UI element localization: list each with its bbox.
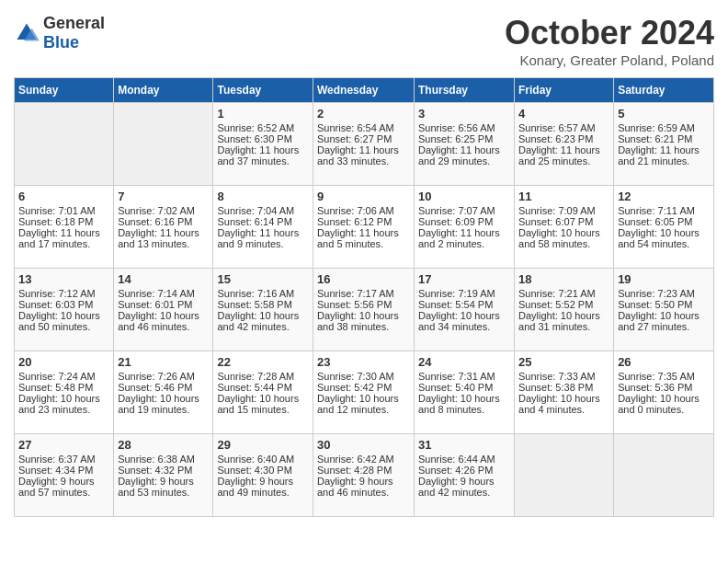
header-row: SundayMondayTuesdayWednesdayThursdayFrid… <box>15 78 714 103</box>
calendar-cell: 27Sunrise: 6:37 AMSunset: 4:34 PMDayligh… <box>15 434 114 517</box>
calendar-cell: 13Sunrise: 7:12 AMSunset: 6:03 PMDayligh… <box>15 269 114 351</box>
daylight-text: Daylight: 11 hours and 2 minutes. <box>418 227 500 249</box>
sunrise-text: Sunrise: 7:07 AM <box>418 205 495 216</box>
day-number: 19 <box>618 272 710 286</box>
sunrise-text: Sunrise: 6:42 AM <box>317 454 394 465</box>
day-number: 8 <box>217 190 309 203</box>
calendar-cell: 29Sunrise: 6:40 AMSunset: 4:30 PMDayligh… <box>213 434 313 517</box>
calendar-cell: 19Sunrise: 7:23 AMSunset: 5:50 PMDayligh… <box>614 269 714 351</box>
calendar-cell: 7Sunrise: 7:02 AMSunset: 6:16 PMDaylight… <box>114 186 213 269</box>
sunset-text: Sunset: 5:44 PM <box>217 382 291 393</box>
daylight-text: Daylight: 10 hours and 31 minutes. <box>518 310 600 332</box>
day-number: 14 <box>118 272 209 286</box>
day-of-week-header: Sunday <box>15 78 114 103</box>
sunset-text: Sunset: 4:34 PM <box>18 465 93 476</box>
sunrise-text: Sunrise: 6:37 AM <box>18 454 96 465</box>
sunrise-text: Sunrise: 6:56 AM <box>418 122 495 133</box>
daylight-text: Daylight: 10 hours and 58 minutes. <box>518 227 600 249</box>
sunrise-text: Sunrise: 7:24 AM <box>18 371 96 382</box>
daylight-text: Daylight: 10 hours and 54 minutes. <box>618 227 700 249</box>
daylight-text: Daylight: 9 hours and 53 minutes. <box>118 476 194 498</box>
sunset-text: Sunset: 6:23 PM <box>518 133 593 144</box>
day-number: 18 <box>518 272 609 286</box>
sunrise-text: Sunrise: 7:06 AM <box>317 205 394 216</box>
sunset-text: Sunset: 6:05 PM <box>618 216 692 227</box>
day-of-week-header: Tuesday <box>213 78 313 103</box>
sunset-text: Sunset: 6:01 PM <box>118 299 192 310</box>
calendar-table: SundayMondayTuesdayWednesdayThursdayFrid… <box>14 77 714 517</box>
calendar-cell: 26Sunrise: 7:35 AMSunset: 5:36 PMDayligh… <box>614 351 714 434</box>
daylight-text: Daylight: 11 hours and 13 minutes. <box>118 227 199 249</box>
sunrise-text: Sunrise: 7:11 AM <box>618 205 695 216</box>
calendar-cell <box>114 103 213 186</box>
day-number: 3 <box>418 107 510 121</box>
sunset-text: Sunset: 5:48 PM <box>18 382 93 393</box>
day-of-week-header: Wednesday <box>313 78 415 103</box>
calendar-week-row: 1Sunrise: 6:52 AMSunset: 6:30 PMDaylight… <box>15 103 714 186</box>
sunset-text: Sunset: 5:50 PM <box>618 299 692 310</box>
sunset-text: Sunset: 6:21 PM <box>618 133 692 144</box>
day-number: 17 <box>418 272 510 286</box>
calendar-cell: 18Sunrise: 7:21 AMSunset: 5:52 PMDayligh… <box>515 269 614 351</box>
logo-icon <box>14 20 40 46</box>
day-number: 26 <box>618 355 710 369</box>
sunrise-text: Sunrise: 6:54 AM <box>317 122 394 133</box>
sunset-text: Sunset: 6:30 PM <box>217 133 291 144</box>
calendar-cell: 10Sunrise: 7:07 AMSunset: 6:09 PMDayligh… <box>415 186 515 269</box>
daylight-text: Daylight: 10 hours and 34 minutes. <box>418 310 500 332</box>
calendar-cell: 20Sunrise: 7:24 AMSunset: 5:48 PMDayligh… <box>15 351 114 434</box>
sunset-text: Sunset: 6:07 PM <box>518 216 593 227</box>
sunrise-text: Sunrise: 6:40 AM <box>217 454 294 465</box>
sunset-text: Sunset: 5:42 PM <box>317 382 392 393</box>
day-number: 27 <box>18 438 109 452</box>
daylight-text: Daylight: 11 hours and 29 minutes. <box>418 144 500 167</box>
day-number: 15 <box>217 272 309 286</box>
calendar-cell: 8Sunrise: 7:04 AMSunset: 6:14 PMDaylight… <box>213 186 313 269</box>
calendar-cell: 24Sunrise: 7:31 AMSunset: 5:40 PMDayligh… <box>415 351 515 434</box>
sunset-text: Sunset: 6:16 PM <box>118 216 192 227</box>
calendar-week-row: 20Sunrise: 7:24 AMSunset: 5:48 PMDayligh… <box>15 351 714 434</box>
calendar-cell: 14Sunrise: 7:14 AMSunset: 6:01 PMDayligh… <box>114 269 213 351</box>
calendar-cell: 16Sunrise: 7:17 AMSunset: 5:56 PMDayligh… <box>313 269 415 351</box>
sunset-text: Sunset: 4:32 PM <box>118 465 192 476</box>
sunset-text: Sunset: 5:56 PM <box>317 299 392 310</box>
month-title: October 2024 <box>505 14 714 52</box>
calendar-cell: 21Sunrise: 7:26 AMSunset: 5:46 PMDayligh… <box>114 351 213 434</box>
calendar-cell: 2Sunrise: 6:54 AMSunset: 6:27 PMDaylight… <box>313 103 415 186</box>
sunset-text: Sunset: 6:14 PM <box>217 216 291 227</box>
sunrise-text: Sunrise: 7:33 AM <box>518 371 596 382</box>
sunset-text: Sunset: 6:27 PM <box>317 133 392 144</box>
sunrise-text: Sunrise: 6:44 AM <box>418 454 495 465</box>
calendar-cell: 17Sunrise: 7:19 AMSunset: 5:54 PMDayligh… <box>415 269 515 351</box>
calendar-cell: 28Sunrise: 6:38 AMSunset: 4:32 PMDayligh… <box>114 434 213 517</box>
daylight-text: Daylight: 11 hours and 9 minutes. <box>217 227 299 249</box>
calendar-cell <box>614 434 714 517</box>
day-number: 28 <box>118 438 209 452</box>
sunset-text: Sunset: 6:09 PM <box>418 216 493 227</box>
calendar-cell: 15Sunrise: 7:16 AMSunset: 5:58 PMDayligh… <box>213 269 313 351</box>
calendar-cell: 22Sunrise: 7:28 AMSunset: 5:44 PMDayligh… <box>213 351 313 434</box>
daylight-text: Daylight: 10 hours and 8 minutes. <box>418 393 500 415</box>
sunrise-text: Sunrise: 7:16 AM <box>217 288 294 299</box>
sunrise-text: Sunrise: 7:04 AM <box>217 205 294 216</box>
sunrise-text: Sunrise: 7:21 AM <box>518 288 596 299</box>
day-number: 30 <box>317 438 410 452</box>
daylight-text: Daylight: 9 hours and 42 minutes. <box>418 476 495 498</box>
daylight-text: Daylight: 11 hours and 17 minutes. <box>18 227 100 249</box>
daylight-text: Daylight: 10 hours and 23 minutes. <box>18 393 100 415</box>
calendar-cell <box>15 103 114 186</box>
daylight-text: Daylight: 10 hours and 4 minutes. <box>518 393 600 415</box>
day-of-week-header: Thursday <box>415 78 515 103</box>
sunset-text: Sunset: 5:58 PM <box>217 299 291 310</box>
sunrise-text: Sunrise: 6:59 AM <box>618 122 695 133</box>
day-of-week-header: Saturday <box>614 78 714 103</box>
daylight-text: Daylight: 9 hours and 57 minutes. <box>18 476 95 498</box>
sunrise-text: Sunrise: 7:26 AM <box>118 371 195 382</box>
logo-text: General Blue <box>43 14 105 52</box>
calendar-week-row: 6Sunrise: 7:01 AMSunset: 6:18 PMDaylight… <box>15 186 714 269</box>
sunrise-text: Sunrise: 7:35 AM <box>618 371 695 382</box>
day-number: 10 <box>418 190 510 203</box>
calendar-cell: 1Sunrise: 6:52 AMSunset: 6:30 PMDaylight… <box>213 103 313 186</box>
daylight-text: Daylight: 10 hours and 15 minutes. <box>217 393 299 415</box>
day-number: 5 <box>618 107 710 121</box>
